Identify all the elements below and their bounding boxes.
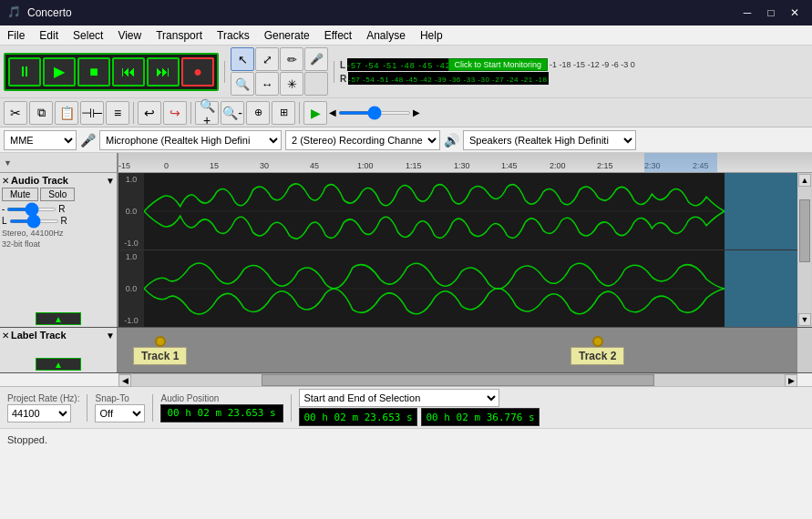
redo-button[interactable]: ↪	[163, 101, 187, 125]
tool-zoom[interactable]: 🔍	[231, 72, 254, 96]
menu-transport[interactable]: Transport	[149, 25, 210, 45]
y-top-2: 0.0	[126, 207, 138, 216]
trim-button[interactable]: ⊣⊢	[80, 101, 104, 125]
h-scroll-right-btn[interactable]: ▶	[785, 374, 797, 387]
skip-forward-button[interactable]: ⏭	[147, 57, 180, 86]
undo-button[interactable]: ↩	[138, 101, 161, 125]
playback-speed-slider[interactable]	[338, 111, 411, 115]
tool-multi[interactable]: ✳	[280, 72, 303, 96]
label-track1-text: Track 1	[133, 347, 187, 365]
h-scrollbar[interactable]: ◀ ▶	[118, 373, 797, 386]
audio-track-menu[interactable]: ▼	[106, 176, 115, 186]
project-rate-section: Project Rate (Hz): 44100	[7, 393, 79, 422]
audio-track-header: ✕ Audio Track ▼ Mute Solo - R L R	[0, 173, 118, 327]
h-scroll-track[interactable]	[131, 374, 785, 386]
selection-type-select[interactable]: Start and End of Selection Start and Len…	[299, 389, 499, 407]
speaker-select[interactable]: Speakers (Realtek High Definiti	[463, 130, 636, 150]
maximize-button[interactable]: □	[761, 3, 781, 23]
waveform-svg-bottom	[144, 250, 725, 327]
tick-100: 1:00	[357, 161, 374, 170]
v-scrollbar[interactable]: ▲ ▼	[797, 173, 812, 327]
label-title-row: ✕ Label Track ▼	[2, 330, 115, 341]
mute-button[interactable]: Mute	[2, 188, 38, 201]
label-track-close[interactable]: ✕	[2, 331, 9, 341]
status-bar: Stopped.	[0, 428, 812, 450]
ruler-content[interactable]: -15 0 15 30 45 1:00 1:15 1:30 1:45 2:00 …	[118, 153, 812, 172]
track-collapse-btn[interactable]: ▲	[36, 312, 81, 325]
audio-track-close[interactable]: ✕	[2, 176, 9, 186]
channels-select[interactable]: 2 (Stereo) Recording Channels	[285, 130, 440, 150]
paste-button[interactable]: 📋	[55, 101, 78, 125]
h-scroll-thumb[interactable]	[262, 374, 653, 386]
tool-mic[interactable]: 🎤	[304, 47, 328, 71]
label-track1-marker[interactable]: Track 1	[133, 336, 187, 365]
main-tracks-area: ✕ Audio Track ▼ Mute Solo - R L R	[0, 173, 812, 373]
mic-select[interactable]: Microphone (Realtek High Defini	[99, 130, 282, 150]
monitoring-button[interactable]: Click to Start Monitoring	[448, 58, 549, 71]
selection-section: Start and End of Selection Start and Len…	[299, 389, 540, 426]
bottom-sep-1	[87, 394, 87, 422]
separator-4	[190, 102, 191, 124]
app-icon: 🎵	[7, 5, 22, 20]
label-track-menu[interactable]: ▼	[106, 331, 115, 341]
selection-overlay-bottom	[725, 250, 797, 327]
play-button[interactable]: ▶	[43, 57, 76, 86]
menu-help[interactable]: Help	[413, 25, 450, 45]
zoom-in-button[interactable]: 🔍+	[195, 101, 219, 125]
project-rate-select[interactable]: 44100	[7, 404, 71, 422]
tool-draw[interactable]: ✏	[280, 47, 303, 71]
menu-effect[interactable]: Effect	[317, 25, 359, 45]
waveform-area[interactable]: 1.0 0.0 -1.0	[118, 173, 797, 327]
selection-overlay-top	[725, 173, 797, 249]
menu-edit[interactable]: Edit	[32, 25, 66, 45]
stop-button[interactable]: ■	[77, 57, 110, 86]
volume-slider[interactable]	[6, 208, 57, 211]
copy-button[interactable]: ⧉	[29, 101, 53, 125]
waveform-svg-top	[144, 173, 725, 249]
tool-timeshift[interactable]: ↔	[255, 72, 279, 96]
solo-button[interactable]: Solo	[40, 188, 75, 201]
volume-row: - R	[2, 204, 115, 214]
selection-start-display: 00 h 02 m 23.653 s	[299, 408, 417, 426]
snap-to-select[interactable]: Off	[95, 404, 145, 422]
label-track2-marker[interactable]: Track 2	[570, 336, 624, 365]
minimize-button[interactable]: ─	[737, 3, 757, 23]
menu-generate[interactable]: Generate	[257, 25, 317, 45]
tool-envelope[interactable]: ⤢	[255, 47, 279, 71]
pan-max: R	[61, 216, 67, 226]
cut-button[interactable]: ✂	[4, 101, 27, 125]
ruler-header: ▼	[0, 153, 118, 172]
record-button[interactable]: ●	[181, 57, 214, 86]
menu-view[interactable]: View	[110, 25, 149, 45]
tool-select[interactable]: ↖	[231, 47, 254, 71]
v-scroll-track[interactable]	[798, 187, 811, 313]
pan-icon: L	[2, 216, 7, 226]
silence-button[interactable]: ≡	[106, 101, 129, 125]
pan-slider[interactable]	[9, 219, 59, 223]
close-button[interactable]: ✕	[785, 3, 805, 23]
play-green-button[interactable]: ▶	[303, 101, 327, 125]
menu-tracks[interactable]: Tracks	[210, 25, 257, 45]
zoom-out-button[interactable]: 🔍-	[221, 101, 244, 125]
volume-max: R	[58, 204, 65, 214]
v-scroll-thumb[interactable]	[799, 199, 810, 263]
scroll-down-btn[interactable]: ▼	[798, 313, 811, 326]
scroll-up-btn[interactable]: ▲	[798, 174, 811, 187]
menu-file[interactable]: File	[0, 25, 32, 45]
window-controls: ─ □ ✕	[737, 3, 805, 23]
label-track-content[interactable]: Track 1 Track 2	[118, 328, 797, 372]
pan-row: L R	[2, 216, 115, 226]
h-scroll-left-btn[interactable]: ◀	[118, 374, 131, 387]
skip-back-button[interactable]: ⏮	[112, 57, 145, 86]
tick-30: 30	[260, 161, 269, 170]
menu-analyse[interactable]: Analyse	[359, 25, 413, 45]
label-collapse-btn[interactable]: ▲	[36, 358, 81, 371]
bottom-controls: Project Rate (Hz): 44100 Snap-To Off Aud…	[0, 386, 812, 428]
menu-select[interactable]: Select	[66, 25, 110, 45]
tracks-panel: ✕ Audio Track ▼ Mute Solo - R L R	[0, 173, 812, 373]
driver-select[interactable]: MME	[4, 130, 77, 150]
pause-button[interactable]: ⏸	[8, 57, 41, 86]
zoom-fit-button[interactable]: ⊞	[272, 101, 295, 125]
bottom-sep-3	[291, 394, 292, 422]
zoom-sel-button[interactable]: ⊕	[246, 101, 270, 125]
